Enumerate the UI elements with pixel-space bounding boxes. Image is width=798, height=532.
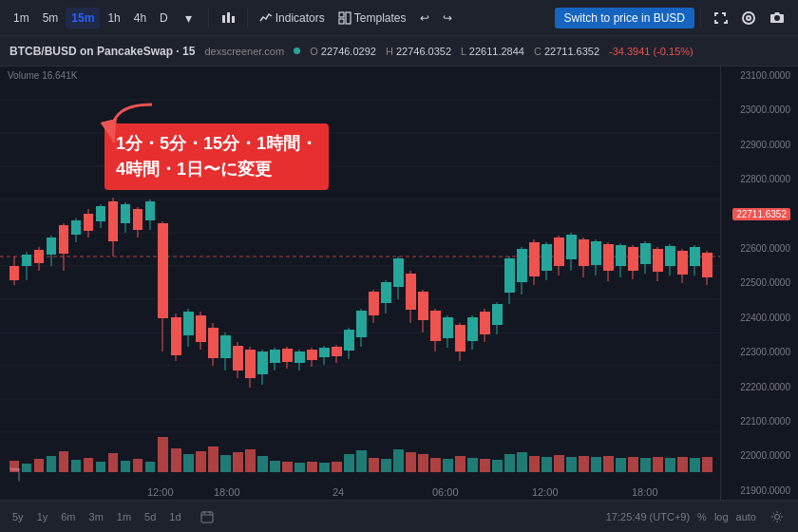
auto-label[interactable]: auto [736, 511, 756, 522]
svg-rect-77 [356, 311, 367, 337]
svg-rect-159 [319, 463, 330, 472]
period-1d[interactable]: 1d [164, 509, 185, 524]
percent-label[interactable]: % [697, 511, 707, 522]
price-22800: 22800.0000 [725, 174, 794, 184]
svg-rect-154 [257, 456, 268, 472]
svg-rect-25 [34, 250, 44, 263]
timeframe-1h[interactable]: 1h [102, 8, 125, 28]
svg-rect-163 [369, 458, 379, 472]
svg-rect-185 [640, 458, 651, 472]
svg-rect-166 [406, 452, 416, 472]
period-6m[interactable]: 6m [56, 509, 80, 524]
svg-rect-144 [133, 459, 142, 472]
svg-rect-91 [443, 317, 453, 338]
svg-rect-174 [504, 454, 515, 472]
svg-rect-69 [307, 350, 317, 360]
svg-rect-57 [233, 346, 243, 370]
svg-rect-107 [542, 244, 552, 271]
svg-rect-53 [208, 328, 218, 358]
svg-rect-183 [616, 458, 626, 472]
svg-rect-55 [220, 335, 231, 358]
svg-rect-33 [84, 214, 93, 231]
svg-rect-81 [381, 282, 391, 303]
svg-rect-158 [307, 462, 317, 472]
svg-rect-141 [96, 462, 105, 472]
dropdown-arrow-icon[interactable]: ▾ [176, 5, 202, 31]
price-22200: 22200.0000 [725, 382, 794, 392]
price-change: -34.3941 (-0.15%) [609, 46, 694, 57]
open-label: O 22746.0292 [310, 46, 376, 57]
svg-rect-119 [616, 245, 626, 266]
svg-rect-155 [270, 461, 280, 472]
price-22100: 22100.0000 [725, 416, 794, 427]
svg-rect-131 [690, 247, 700, 266]
svg-rect-176 [529, 456, 540, 472]
period-5y[interactable]: 5y [8, 509, 28, 524]
svg-rect-67 [294, 352, 305, 363]
svg-rect-160 [332, 462, 342, 472]
log-label[interactable]: log [714, 511, 729, 522]
timestamp: 17:25:49 (UTC+9) [606, 511, 690, 522]
svg-rect-165 [393, 449, 404, 472]
svg-rect-170 [455, 456, 466, 472]
svg-rect-140 [84, 458, 93, 472]
svg-rect-87 [418, 292, 428, 320]
svg-rect-188 [677, 457, 688, 472]
svg-rect-151 [220, 455, 231, 472]
redo-btn[interactable]: ↪ [437, 8, 458, 28]
period-1m[interactable]: 1m [112, 509, 136, 524]
svg-text:18:00: 18:00 [214, 486, 240, 498]
svg-rect-143 [121, 461, 130, 472]
svg-rect-125 [653, 249, 663, 272]
svg-rect-123 [640, 243, 651, 264]
svg-rect-153 [245, 449, 256, 472]
svg-rect-31 [71, 220, 81, 235]
switch-price-btn[interactable]: Switch to price in BUSD [555, 8, 694, 28]
svg-rect-59 [245, 350, 256, 378]
svg-rect-152 [233, 452, 243, 472]
indicators-btn[interactable]: Indicators [254, 8, 331, 28]
settings-icon[interactable] [735, 5, 762, 31]
svg-rect-39 [121, 204, 130, 223]
pair-source: dexscreener.com [204, 46, 284, 57]
svg-rect-117 [603, 244, 614, 271]
annotation-arrow-svg [86, 95, 162, 152]
price-22600: 22600.0000 [725, 243, 794, 254]
svg-text:24: 24 [332, 486, 344, 498]
timeframe-5m[interactable]: 5m [37, 8, 65, 28]
svg-rect-179 [566, 457, 577, 472]
svg-rect-149 [196, 451, 206, 472]
bottom-settings-icon[interactable] [764, 504, 790, 530]
timeframe-15m[interactable]: 15m [66, 8, 100, 28]
svg-rect-145 [145, 462, 155, 472]
fullscreen-icon[interactable] [707, 5, 733, 31]
templates-btn[interactable]: Templates [332, 8, 412, 28]
period-1y[interactable]: 1y [32, 509, 53, 524]
svg-rect-41 [133, 209, 142, 230]
timeframe-1m[interactable]: 1m [8, 8, 35, 28]
svg-rect-190 [702, 457, 712, 472]
timeframe-4h[interactable]: 4h [128, 8, 152, 28]
svg-rect-189 [690, 458, 700, 472]
svg-rect-3 [339, 12, 344, 17]
camera-icon[interactable] [764, 5, 790, 31]
undo-btn[interactable]: ↩ [414, 8, 435, 28]
svg-rect-29 [59, 225, 68, 254]
svg-rect-4 [339, 19, 344, 24]
svg-rect-139 [71, 460, 81, 472]
svg-text:06:00: 06:00 [432, 486, 459, 498]
svg-rect-75 [344, 330, 354, 351]
calendar-icon[interactable] [194, 504, 220, 530]
svg-rect-115 [591, 241, 601, 265]
svg-rect-187 [665, 458, 675, 472]
chart-main[interactable]: Volume 16.641K 1分・5分・15分・1時間・ 4時間・1日〜に変更… [0, 66, 720, 500]
svg-rect-85 [406, 274, 416, 310]
chart-type-icon[interactable] [215, 5, 241, 31]
sep3 [700, 9, 701, 28]
bottom-right: 17:25:49 (UTC+9) % log auto [606, 504, 790, 530]
period-3m[interactable]: 3m [85, 509, 108, 524]
timeframe-d[interactable]: D [154, 8, 174, 28]
sep2 [247, 9, 248, 28]
period-5d[interactable]: 5d [140, 509, 161, 524]
price-22400: 22400.0000 [725, 313, 794, 323]
